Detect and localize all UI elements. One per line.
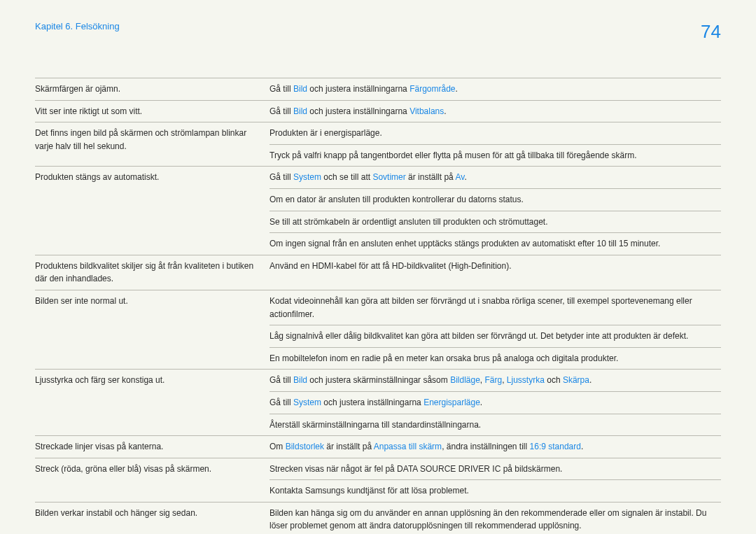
menu-link: Energisparläge <box>424 398 480 407</box>
menu-link: System <box>293 398 321 407</box>
solution-cell: Kontakta Samsungs kundtjänst för att lös… <box>270 480 721 503</box>
table-row: Skärmfärgen är ojämn.Gå till Bild och ju… <box>35 78 721 101</box>
menu-link: Bildstorlek <box>286 442 324 451</box>
menu-link: 16:9 standard <box>530 442 581 451</box>
menu-link: Skärpa <box>563 375 589 385</box>
issue-cell: Bilden ser inte normal ut. <box>35 290 270 369</box>
menu-link: System <box>293 172 321 182</box>
solution-cell: Gå till Bild och justera inställningarna… <box>270 100 721 122</box>
table-row: Bilden ser inte normal ut.Kodat videoinn… <box>35 290 721 325</box>
solution-cell: Produkten är i energisparläge. <box>270 122 721 145</box>
issue-cell: Streckade linjer visas på kanterna. <box>35 436 270 458</box>
issue-cell: Skärmfärgen är ojämn. <box>35 78 270 101</box>
table-row: Produktens bildkvalitet skiljer sig åt f… <box>35 255 721 290</box>
solution-cell: Gå till Bild och justera inställningarna… <box>270 78 721 101</box>
issue-cell: Bilden verkar instabil och hänger sig se… <box>35 502 270 534</box>
solution-cell: Se till att strömkabeln är ordentligt an… <box>270 211 721 233</box>
table-row: Streck (röda, gröna eller blå) visas på … <box>35 458 721 480</box>
troubleshooting-table: Skärmfärgen är ojämn.Gå till Bild och ju… <box>35 78 721 534</box>
solution-cell: Strecken visas när något är fel på DATA … <box>270 458 721 480</box>
solution-cell: Bilden kan hänga sig om du använder en a… <box>270 502 721 534</box>
menu-link: Vitbalans <box>410 106 444 116</box>
menu-link: Bild <box>293 84 307 94</box>
solution-cell: Gå till System och justera inställningar… <box>270 391 721 414</box>
menu-link: Av <box>455 172 464 182</box>
menu-link: Bildläge <box>450 375 480 385</box>
page-header: Kapitel 6. Felsökning 74 <box>0 0 756 43</box>
table-row: Det finns ingen bild på skärmen och strö… <box>35 122 721 145</box>
menu-link: Ljusstyrka <box>507 375 545 385</box>
table-row: Ljusstyrka och färg ser konstiga ut.Gå t… <box>35 370 721 392</box>
solution-cell: Låg signalnivå eller dålig bildkvalitet … <box>270 325 721 348</box>
issue-cell: Vitt ser inte riktigt ut som vitt. <box>35 100 270 122</box>
menu-link: Färgområde <box>410 84 455 94</box>
solution-cell: Gå till System och se till att Sovtimer … <box>270 167 721 189</box>
solution-cell: Gå till Bild och justera skärminställnin… <box>270 370 721 392</box>
solution-cell: Tryck på valfri knapp på tangentbordet e… <box>270 144 721 167</box>
issue-cell: Ljusstyrka och färg ser konstiga ut. <box>35 370 270 436</box>
issue-cell: Streck (röda, gröna eller blå) visas på … <box>35 458 270 502</box>
solution-cell: En mobiltelefon inom en radie på en mete… <box>270 347 721 370</box>
menu-link: Sovtimer <box>372 172 405 182</box>
solution-cell: Om en dator är ansluten till produkten k… <box>270 188 721 211</box>
solution-cell: Kodat videoinnehåll kan göra att bilden … <box>270 290 721 325</box>
issue-cell: Produktens bildkvalitet skiljer sig åt f… <box>35 255 270 290</box>
table-row: Produkten stängs av automatiskt.Gå till … <box>35 167 721 189</box>
chapter-title: Kapitel 6. Felsökning <box>35 21 120 31</box>
menu-link: Färg <box>485 375 503 385</box>
solution-cell: Använd en HDMI-kabel för att få HD-bildk… <box>270 255 721 290</box>
solution-cell: Om ingen signal från en ansluten enhet u… <box>270 233 721 255</box>
content-area: Skärmfärgen är ojämn.Gå till Bild och ju… <box>0 43 756 534</box>
menu-link: Anpassa till skärm <box>374 442 442 451</box>
page-number: 74 <box>701 21 721 43</box>
table-row: Streckade linjer visas på kanterna.Om Bi… <box>35 436 721 458</box>
solution-cell: Om Bildstorlek är inställt på Anpassa ti… <box>270 436 721 458</box>
menu-link: Bild <box>293 106 307 116</box>
menu-link: Bild <box>293 375 307 385</box>
issue-cell: Produkten stängs av automatiskt. <box>35 167 270 255</box>
table-row: Bilden verkar instabil och hänger sig se… <box>35 502 721 534</box>
solution-cell: Återställ skärminställningarna till stan… <box>270 414 721 436</box>
issue-cell: Det finns ingen bild på skärmen och strö… <box>35 122 270 167</box>
table-row: Vitt ser inte riktigt ut som vitt.Gå til… <box>35 100 721 122</box>
